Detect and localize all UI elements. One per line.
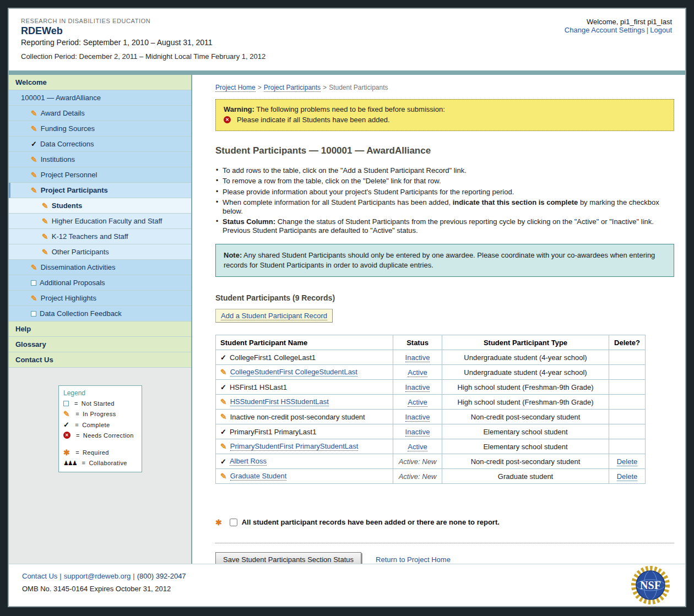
delete-cell [609, 439, 646, 454]
table-row-primarystudentfirst-primarystudentlast: ✎PrimaryStudentFirst PrimaryStudentLastA… [216, 439, 646, 454]
legend-row-collaborative: ♟♟♟=Collaborative [63, 460, 137, 466]
sidebar-item-glossary[interactable]: Glossary [9, 337, 191, 352]
name-cell: ✎CollegeStudentFirst CollegeStudentLast [220, 368, 388, 377]
status-inactive[interactable]: Inactive [405, 353, 430, 362]
sidebar-item-label: 100001 — AwardAlliance [21, 94, 101, 102]
nsf-logo: NSF [631, 566, 670, 604]
instruction-item-4: When complete information for all Studen… [215, 198, 674, 216]
column-header-type: Student Participant Type [442, 335, 609, 350]
status-inactive[interactable]: Inactive [405, 413, 430, 422]
sidebar-item-data-collection-feedback[interactable]: Data Collection Feedback [9, 306, 191, 321]
check-icon: ✓ [220, 354, 226, 361]
sidebar-item-higher-education-faculty-and-staff[interactable]: ✎Higher Education Faculty and Staff [9, 214, 191, 229]
nsf-logo-text: NSF [640, 579, 661, 591]
sidebar-item-dissemination-activities[interactable]: ✎Dissemination Activities [9, 260, 191, 275]
sidebar-item-label: Project Participants [41, 186, 108, 194]
sidebar-item-students[interactable]: ✎Students [9, 198, 191, 214]
instructions-list: To add rows to the table, click on the "… [215, 166, 674, 235]
participant-name[interactable]: Graduate Student [230, 472, 287, 481]
sidebar-item-data-corrections[interactable]: ✓Data Corrections [9, 137, 191, 152]
participant-type: High school student (Freshman-9th Grade) [442, 380, 609, 395]
sidebar-item-label: K-12 Teachers and Staff [52, 232, 128, 241]
instruction-text: Please provide information about your pr… [223, 188, 514, 196]
sidebar-item-contact-us[interactable]: Contact Us [9, 352, 191, 368]
add-student-participant-link[interactable]: Add a Student Participant Record [221, 312, 327, 320]
logout-link[interactable]: Logout [650, 26, 672, 34]
status-active[interactable]: Active [408, 443, 427, 451]
sidebar-item-label: Higher Education Faculty and Staff [52, 217, 162, 225]
delete-cell: Delete [609, 454, 646, 469]
participant-name[interactable]: CollegeStudentFirst CollegeStudentLast [230, 368, 357, 377]
pencil-icon: ✎ [220, 443, 227, 450]
check-icon: ✓ [220, 458, 226, 465]
status-active[interactable]: Active [408, 368, 427, 377]
save-section-status-button[interactable]: Save Student Participants Section Status [215, 552, 361, 564]
sidebar-item-help[interactable]: Help [9, 321, 191, 337]
sidebar-item-label: Award Details [41, 109, 85, 117]
instruction-item-2: To remove a row from the table, click on… [215, 177, 674, 186]
pencil-icon: ✎ [220, 472, 227, 480]
legend-label: Not Started [82, 400, 115, 407]
all-records-added-checkbox[interactable] [230, 519, 237, 526]
sidebar-item-additional-proposals[interactable]: Additional Proposals [9, 275, 191, 291]
pencil-icon: ✎ [31, 295, 37, 302]
instruction-text: To add rows to the table, click on the "… [223, 166, 467, 175]
sidebar-item-institutions[interactable]: ✎Institutions [9, 152, 191, 167]
note-box: Note: Any shared Student Participants sh… [215, 244, 674, 277]
name-cell: ✓HSFirst1 HSLast1 [220, 383, 388, 391]
sidebar-item-k-12-teachers-and-staff[interactable]: ✎K-12 Teachers and Staff [9, 229, 191, 244]
sidebar-item-project-personnel[interactable]: ✎Project Personnel [9, 167, 191, 183]
footer-contact-line: Contact Us|support@rdeweb.org|(800) 392-… [22, 572, 672, 580]
records-section-header: Student Participants (9 Records) [215, 293, 674, 302]
sidebar-item-welcome[interactable]: Welcome [9, 75, 191, 90]
status-inactive[interactable]: Inactive [405, 383, 430, 392]
delete-cell: Delete [609, 469, 646, 484]
link-separator: | [645, 26, 650, 34]
footer-email-link[interactable]: support@rdeweb.org [64, 572, 131, 580]
sidebar-item-funding-sources[interactable]: ✎Funding Sources [9, 121, 191, 137]
sidebar-item-award-details[interactable]: ✎Award Details [9, 106, 191, 121]
legend-row-needs-correction: ✕=Needs Correction [63, 432, 137, 439]
delete-link[interactable]: Delete [617, 472, 638, 481]
sidebar-item-project-highlights[interactable]: ✎Project Highlights [9, 291, 191, 306]
breadcrumb-project-participants[interactable]: Project Participants [264, 84, 321, 92]
add-student-participant-button[interactable]: Add a Student Participant Record [215, 309, 333, 323]
participant-name[interactable]: Albert Ross [230, 457, 267, 466]
sidebar-item-label: Contact Us [15, 356, 53, 364]
people-icon: ♟♟♟ [63, 460, 77, 466]
sidebar-item-label: Welcome [15, 78, 47, 86]
page-footer: Contact Us|support@rdeweb.org|(800) 392-… [9, 564, 685, 606]
pencil-icon: ✎ [31, 125, 37, 133]
square-icon [63, 401, 69, 406]
sidebar-item-label: Data Corrections [40, 140, 94, 148]
table-row-inactive-non-credit-post-secondary-student: ✎Inactive non-credit post-secondary stud… [216, 410, 646, 424]
sidebar-item-other-participants[interactable]: ✎Other Participants [9, 244, 191, 260]
footer-contact-us-link[interactable]: Contact Us [22, 572, 57, 580]
delete-link[interactable]: Delete [617, 457, 638, 466]
status-inactive[interactable]: Inactive [405, 428, 430, 437]
pencil-icon: ✎ [42, 202, 48, 210]
participant-name[interactable]: HSStudentFirst HSStudentLast [230, 397, 329, 406]
square-icon [31, 311, 36, 317]
table-row-collegefirst1-collegelast1: ✓CollegeFirst1 CollegeLast1InactiveUnder… [216, 350, 646, 365]
pencil-icon: ✎ [31, 110, 37, 117]
sidebar-item-100001-awardalliance[interactable]: 100001 — AwardAlliance [9, 90, 191, 106]
status-active-new: Active: New [399, 457, 437, 466]
equals-sign: = [75, 449, 79, 456]
breadcrumb-separator: > [256, 84, 264, 91]
status-active-new: Active: New [399, 472, 437, 481]
table-row-hsstudentfirst-hsstudentlast: ✎HSStudentFirst HSStudentLastActiveHigh … [216, 395, 646, 410]
pencil-icon: ✎ [31, 264, 37, 271]
legend-rows: =Not Started✎=In Progress✓=Complete✕=Nee… [63, 400, 137, 466]
breadcrumb: Project Home>Project Participants>Studen… [215, 84, 674, 91]
return-to-project-home-link[interactable]: Return to Project Home [376, 555, 451, 564]
table-row-primaryfirst1-primarylast1: ✓PrimaryFirst1 PrimaryLast1InactiveEleme… [216, 424, 646, 439]
equals-sign: = [75, 411, 79, 417]
sidebar-item-project-participants[interactable]: ✎Project Participants [9, 183, 191, 198]
footer-phone: (800) 392-2047 [137, 572, 186, 580]
participant-name[interactable]: PrimaryStudentFirst PrimaryStudentLast [230, 442, 359, 451]
change-account-settings-link[interactable]: Change Account Settings [565, 26, 645, 34]
breadcrumb-project-home[interactable]: Project Home [215, 84, 256, 92]
legend-label: In Progress [83, 411, 116, 417]
status-active[interactable]: Active [408, 398, 427, 407]
